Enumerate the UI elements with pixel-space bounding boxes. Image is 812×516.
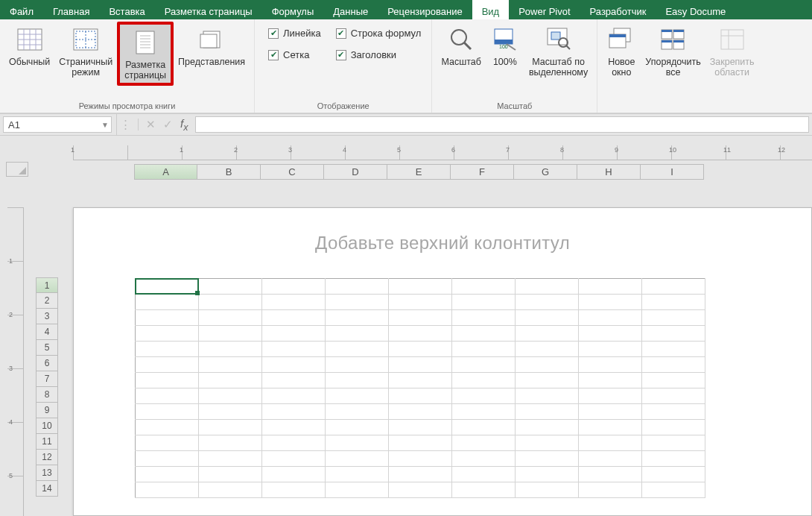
cell[interactable] (136, 388, 199, 404)
cancel-icon[interactable]: ✕ (146, 118, 156, 131)
cell[interactable] (262, 451, 326, 467)
cell[interactable] (262, 279, 326, 295)
cell[interactable] (389, 295, 452, 310)
cell[interactable] (579, 482, 642, 498)
cell[interactable] (642, 451, 705, 467)
cell[interactable] (579, 373, 642, 388)
row-header[interactable]: 5 (37, 340, 58, 356)
tab-home[interactable]: Главная (43, 0, 99, 19)
cell[interactable] (326, 388, 389, 404)
zoom-selection-button[interactable]: Масштаб по выделенному (524, 22, 592, 80)
cell[interactable] (516, 342, 579, 357)
column-header[interactable]: C (261, 164, 324, 180)
formula-input[interactable] (195, 116, 809, 133)
cell[interactable] (642, 435, 705, 451)
cell[interactable] (579, 467, 642, 482)
cell[interactable] (579, 326, 642, 342)
cell-grid[interactable] (135, 278, 811, 515)
cell[interactable] (452, 435, 516, 451)
new-window-button[interactable]: Новое окно (602, 22, 641, 80)
cell[interactable] (389, 342, 452, 357)
cell[interactable] (326, 404, 389, 420)
cell[interactable] (262, 342, 326, 357)
column-header[interactable]: E (387, 164, 451, 180)
normal-view-button[interactable]: Обычный (4, 22, 54, 69)
row-header[interactable]: 13 (37, 465, 58, 481)
cell[interactable] (326, 435, 389, 451)
cell[interactable] (136, 310, 199, 326)
cell[interactable] (262, 388, 326, 404)
cell[interactable] (389, 357, 452, 373)
column-header[interactable]: D (324, 164, 387, 180)
row-header[interactable]: 4 (37, 324, 58, 340)
row-header[interactable]: 11 (37, 434, 58, 450)
cell[interactable] (136, 482, 199, 498)
zoom-100-button[interactable]: 100 100% (486, 22, 524, 69)
column-headers[interactable]: ABCDEFGHI (134, 164, 704, 180)
row-header[interactable]: 7 (37, 371, 58, 387)
cell[interactable] (452, 295, 516, 310)
cell[interactable] (516, 467, 579, 482)
cell[interactable] (136, 404, 199, 420)
cell[interactable] (136, 373, 199, 388)
cell[interactable] (389, 435, 452, 451)
cell[interactable] (579, 310, 642, 326)
cell[interactable] (389, 373, 452, 388)
zoom-button[interactable]: Масштаб (437, 22, 485, 69)
cell[interactable] (199, 279, 262, 295)
tab-developer[interactable]: Разработчик (580, 0, 656, 19)
cell[interactable] (516, 373, 579, 388)
cell[interactable] (326, 310, 389, 326)
cell[interactable] (579, 342, 642, 357)
checkbox-headings[interactable]: ✔Заголовки (336, 49, 422, 60)
cell[interactable] (642, 342, 705, 357)
cell[interactable] (452, 310, 516, 326)
cell[interactable] (262, 373, 326, 388)
cell[interactable] (642, 388, 705, 404)
cell[interactable] (199, 420, 262, 435)
cell[interactable] (326, 467, 389, 482)
freeze-panes-button[interactable]: Закрепить области (705, 22, 759, 80)
cell[interactable] (516, 404, 579, 420)
cell[interactable] (136, 342, 199, 357)
cell[interactable] (389, 467, 452, 482)
cell[interactable] (579, 295, 642, 310)
cell[interactable] (389, 420, 452, 435)
cell[interactable] (199, 451, 262, 467)
cell[interactable] (199, 342, 262, 357)
cell[interactable] (642, 295, 705, 310)
cell[interactable] (579, 357, 642, 373)
enter-icon[interactable]: ✓ (163, 118, 173, 131)
cell[interactable] (199, 326, 262, 342)
arrange-all-button[interactable]: Упорядочить все (641, 22, 705, 80)
pagelayout-view-button[interactable]: Разметка страницы (117, 22, 174, 86)
cell[interactable] (262, 482, 326, 498)
cell[interactable] (516, 435, 579, 451)
column-header[interactable]: A (134, 164, 197, 180)
fx-icon[interactable]: fx (180, 117, 188, 133)
cell[interactable] (136, 326, 199, 342)
name-box[interactable]: A1 ▼ (3, 116, 112, 133)
cell[interactable] (516, 451, 579, 467)
cell[interactable] (516, 279, 579, 295)
cell[interactable] (452, 279, 516, 295)
cell[interactable] (199, 482, 262, 498)
cell[interactable] (199, 295, 262, 310)
checkbox-formulabar[interactable]: ✔Строка формул (336, 28, 422, 39)
cell[interactable] (516, 420, 579, 435)
cell[interactable] (579, 451, 642, 467)
cell[interactable] (642, 420, 705, 435)
cell[interactable] (326, 326, 389, 342)
cell[interactable] (579, 420, 642, 435)
cell[interactable] (262, 467, 326, 482)
cell[interactable] (452, 420, 516, 435)
cell[interactable] (262, 435, 326, 451)
cell[interactable] (452, 388, 516, 404)
cell[interactable] (452, 357, 516, 373)
cell[interactable] (199, 467, 262, 482)
tab-data[interactable]: Данные (323, 0, 378, 19)
cell[interactable] (136, 451, 199, 467)
cell[interactable] (262, 404, 326, 420)
cell[interactable] (642, 279, 705, 295)
row-header[interactable]: 10 (37, 418, 58, 434)
